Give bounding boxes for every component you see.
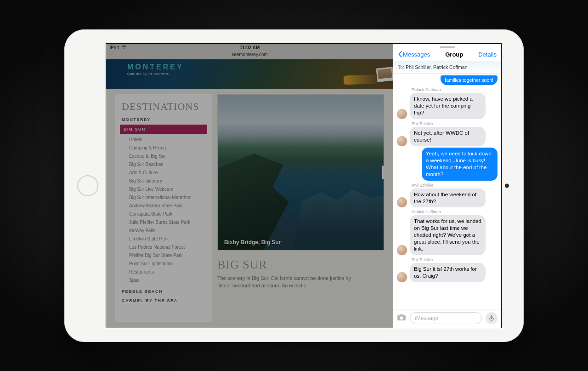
sender-label: Patrick Coffman <box>412 87 498 92</box>
status-bar: iPad 11:02 AM <box>106 44 393 52</box>
safari-url-bar[interactable]: seemonterey.com <box>106 52 393 59</box>
hero-pager-handle[interactable] <box>382 166 384 179</box>
list-item[interactable]: Hotels <box>123 136 205 144</box>
ipad-screen: iPad 11:02 AM seemonterey.com MONTEREY G… <box>106 43 502 328</box>
avatar[interactable] <box>397 245 407 255</box>
nav-title: Group <box>445 51 463 58</box>
list-item[interactable]: Los Padres National Forest <box>123 243 205 251</box>
list-item[interactable]: Julia Pfeiffer Burns State Park <box>123 218 205 227</box>
compose-input[interactable]: iMessage <box>410 312 482 324</box>
messages-slideover: Messages Group Details To: Phil Schiller… <box>393 44 501 328</box>
message-incoming: I know, have we picked a date yet for th… <box>410 93 486 119</box>
region-monterey[interactable]: MONTEREY <box>122 117 205 122</box>
avatar[interactable] <box>397 109 407 119</box>
avatar[interactable] <box>397 136 407 146</box>
compose-placeholder: iMessage <box>415 315 438 321</box>
sidebar-title: DESTINATIONS <box>122 101 205 113</box>
wifi-icon <box>121 45 126 50</box>
list-item[interactable]: Escape to Big Sur <box>123 152 205 160</box>
list-item[interactable]: McWay Falls <box>123 227 205 235</box>
list-item[interactable]: Big Sur Itinerary <box>123 177 205 185</box>
list-item[interactable]: Arts & Culture <box>123 169 205 177</box>
avatar[interactable] <box>397 272 407 282</box>
list-item[interactable]: Restaurants <box>123 268 205 276</box>
message-incoming: Big Sur it is! 27th works for us. Craig? <box>410 263 486 282</box>
big-sur-sublist: Hotels Camping & Hiking Escape to Big Su… <box>123 136 205 285</box>
article-title: BIG SUR <box>217 258 384 272</box>
message-incoming: That works for us, we landed on Big Sur … <box>410 215 486 255</box>
camera-icon[interactable] <box>397 314 406 323</box>
destinations-sidebar: DESTINATIONS MONTEREY BIG SUR Hotels Cam… <box>115 94 212 322</box>
list-item[interactable]: Big Sur International Marathon <box>123 194 205 202</box>
sender-label: Phil Schiller <box>412 257 498 262</box>
main-column: Bixby Bridge, Big Sur BIG SUR The scener… <box>217 94 384 322</box>
message-incoming: Not yet, after WWDC of course! <box>410 127 486 146</box>
sender-label: Patrick Coffman <box>412 210 498 214</box>
list-item[interactable]: Spas <box>123 276 205 285</box>
list-item[interactable]: Camping & Hiking <box>123 144 205 152</box>
list-item[interactable]: Pfeiffer Big Sur State Park <box>123 251 205 260</box>
status-carrier: iPad <box>110 45 119 50</box>
safari-app: iPad 11:02 AM seemonterey.com MONTEREY G… <box>106 44 393 328</box>
back-button[interactable]: Messages <box>398 51 430 58</box>
to-names: Phil Schiller, Patrick Coffman <box>406 64 468 70</box>
message-thread[interactable]: families together soon! Patrick Coffman … <box>393 74 501 309</box>
to-field[interactable]: To: Phil Schiller, Patrick Coffman <box>393 61 501 74</box>
website-content: MONTEREY Grab life by the moments DESTIN… <box>106 59 393 328</box>
messages-nav-bar: Messages Group Details <box>393 50 501 61</box>
home-button[interactable] <box>77 175 98 196</box>
sender-label: Phil Schiller <box>412 121 498 126</box>
microphone-icon[interactable] <box>486 312 498 324</box>
hero-caption: Bixby Bridge, Big Sur <box>224 239 281 245</box>
sender-label: Phil Schiller <box>412 183 498 188</box>
region-pebble-beach[interactable]: PEBBLE BEACH <box>122 289 205 294</box>
site-banner: MONTEREY Grab life by the moments <box>106 59 393 89</box>
list-item[interactable]: Big Sur Beaches <box>123 160 205 169</box>
region-carmel[interactable]: CARMEL-BY-THE-SEA <box>122 298 205 303</box>
site-tagline: Grab life by the moments <box>127 72 169 75</box>
details-button[interactable]: Details <box>478 51 497 58</box>
message-incoming: How about the weekend of the 27th? <box>410 188 486 208</box>
hero-image[interactable]: Bixby Bridge, Big Sur <box>217 94 384 251</box>
site-logo: MONTEREY <box>127 63 184 71</box>
back-label: Messages <box>403 51 430 58</box>
message-outgoing: Yeah, we need to lock down a weekend, Ju… <box>422 148 498 181</box>
list-item[interactable]: Limekiln State Park <box>123 235 205 243</box>
list-item[interactable]: Garrapata State Park <box>123 210 205 218</box>
list-item[interactable]: Andrew Molera State Park <box>123 202 205 210</box>
slideover-grabber[interactable] <box>440 46 455 48</box>
region-big-sur[interactable]: BIG SUR <box>120 125 207 134</box>
polaroid-photo <box>376 67 393 82</box>
list-item[interactable]: Big Sur Live Webcam <box>123 185 205 194</box>
to-label: To: <box>398 64 404 70</box>
compose-bar: iMessage <box>393 309 501 328</box>
article-body: The scenery in Big Sur, California canno… <box>217 274 355 290</box>
ipad-device-frame: iPad 11:02 AM seemonterey.com MONTEREY G… <box>64 29 524 342</box>
front-camera <box>505 183 509 188</box>
message-outgoing: families together soon! <box>441 75 498 86</box>
chevron-left-icon <box>398 51 402 57</box>
avatar[interactable] <box>397 197 407 207</box>
list-item[interactable]: Point Sur Lightstation <box>123 260 205 268</box>
status-time: 11:02 AM <box>240 45 260 50</box>
